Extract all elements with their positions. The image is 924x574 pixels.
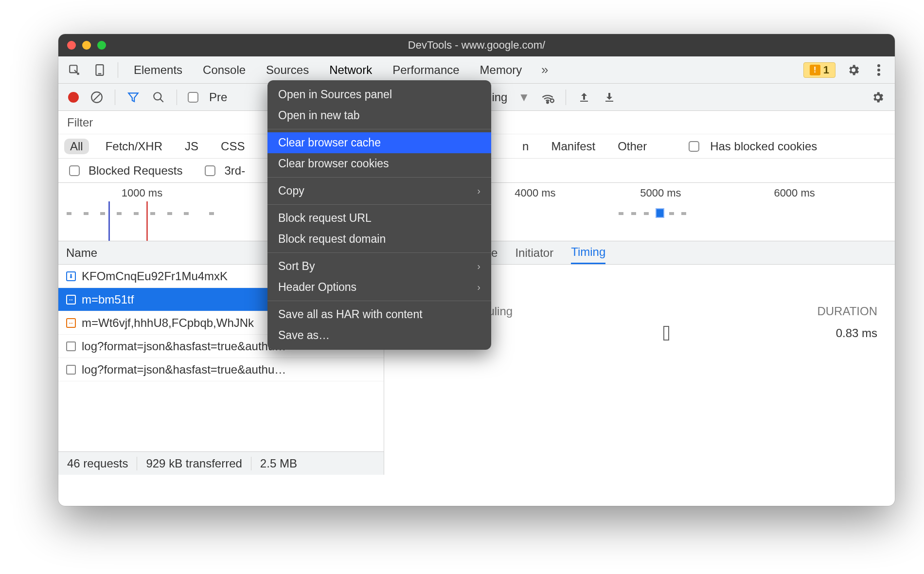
has-blocked-cookies-checkbox[interactable]	[689, 141, 699, 152]
timeline-label: 1000 ms	[122, 187, 162, 199]
more-tabs-icon[interactable]: »	[537, 63, 552, 77]
detail-tab-timing[interactable]: Timing	[571, 241, 605, 264]
request-name: log?format=json&hasfast=true&authu…	[82, 340, 286, 353]
divider	[566, 90, 566, 105]
cm-copy[interactable]: Copy›	[267, 180, 491, 201]
type-other[interactable]: Other	[612, 139, 653, 154]
blocked-requests-label: Blocked Requests	[89, 164, 182, 178]
file-icon: ↔	[66, 318, 76, 328]
file-icon	[66, 341, 76, 351]
timeline-marker-blue	[108, 201, 110, 241]
timeline-label: 5000 ms	[640, 187, 681, 199]
cm-separator	[267, 129, 491, 129]
chevron-right-icon: ›	[477, 261, 480, 272]
cm-separator	[267, 301, 491, 301]
svg-line-7	[94, 94, 100, 100]
type-font-partial[interactable]: n	[516, 139, 534, 154]
type-manifest[interactable]: Manifest	[545, 139, 601, 154]
tab-performance[interactable]: Performance	[388, 63, 464, 77]
cm-block-url[interactable]: Block request URL	[267, 208, 491, 229]
settings-icon[interactable]	[846, 63, 861, 77]
request-name: KFOmCnqEu92Fr1Mu4mxK	[82, 269, 228, 283]
network-conditions-icon[interactable]	[540, 90, 555, 105]
has-blocked-cookies-label: Has blocked cookies	[710, 140, 817, 153]
maximize-window-button[interactable]	[97, 41, 106, 50]
network-settings-icon[interactable]	[871, 90, 885, 105]
svg-point-5	[877, 73, 880, 76]
blocked-requests-checkbox[interactable]	[69, 165, 80, 176]
status-transferred: 929 kB transferred	[137, 457, 251, 470]
svg-point-8	[154, 92, 161, 100]
cm-save-as[interactable]: Save as…	[267, 325, 491, 346]
throttling-dropdown-icon[interactable]: ▼	[518, 90, 530, 104]
panel-tabs: Elements Console Sources Network Perform…	[58, 56, 895, 84]
file-icon: ↔	[66, 295, 76, 305]
status-bar: 46 requests 929 kB transferred 2.5 MB	[58, 451, 384, 475]
divider	[118, 62, 118, 78]
tab-network[interactable]: Network	[324, 63, 377, 77]
third-party-checkbox[interactable]	[205, 165, 215, 176]
timeline-selection[interactable]	[657, 209, 663, 217]
inspect-icon[interactable]	[67, 63, 82, 77]
svg-point-10	[547, 101, 549, 103]
request-row[interactable]: log?format=json&hasfast=true&authu…	[58, 358, 384, 381]
traffic-lights	[67, 41, 106, 50]
divider	[115, 90, 115, 105]
request-name: m=bm51tf	[82, 293, 134, 306]
close-window-button[interactable]	[67, 41, 76, 50]
divider	[177, 90, 177, 105]
type-css[interactable]: CSS	[215, 139, 250, 154]
svg-point-11	[551, 99, 554, 102]
cm-save-har[interactable]: Save all as HAR with content	[267, 304, 491, 325]
cm-open-sources[interactable]: Open in Sources panel	[267, 84, 491, 105]
queueing-bar	[663, 326, 669, 341]
type-js[interactable]: JS	[179, 139, 204, 154]
cm-clear-cookies[interactable]: Clear browser cookies	[267, 153, 491, 174]
record-button[interactable]	[68, 92, 79, 103]
minimize-window-button[interactable]	[82, 41, 91, 50]
cm-separator	[267, 252, 491, 253]
timeline-marker-red	[146, 201, 148, 241]
request-name: log?format=json&hasfast=true&authu…	[82, 363, 286, 377]
tab-elements[interactable]: Elements	[129, 63, 187, 77]
titlebar: DevTools - www.google.com/	[58, 34, 895, 56]
tab-memory[interactable]: Memory	[475, 63, 527, 77]
filter-icon[interactable]	[126, 90, 141, 105]
cm-sort-by[interactable]: Sort By›	[267, 256, 491, 277]
search-icon[interactable]	[151, 90, 166, 105]
svg-point-4	[877, 69, 880, 72]
preserve-log-label: Pre	[209, 90, 227, 104]
svg-point-3	[877, 64, 880, 67]
third-party-label: 3rd-	[224, 164, 245, 178]
cm-clear-cache[interactable]: Clear browser cache	[267, 132, 491, 153]
duration-header: DURATION	[817, 305, 877, 318]
warning-count: 1	[823, 64, 829, 76]
timeline-label: 4000 ms	[515, 187, 555, 199]
status-resources: 2.5 MB	[251, 457, 306, 470]
clear-icon[interactable]	[89, 90, 104, 105]
tab-sources[interactable]: Sources	[261, 63, 314, 77]
cm-header-options[interactable]: Header Options›	[267, 277, 491, 298]
warning-badge[interactable]: ! 1	[803, 62, 835, 78]
detail-tab-initiator[interactable]: Initiator	[515, 241, 553, 264]
upload-icon[interactable]	[577, 90, 591, 105]
chevron-right-icon: ›	[477, 185, 480, 197]
chevron-right-icon: ›	[477, 282, 480, 293]
status-requests: 46 requests	[58, 457, 137, 470]
filter-input-placeholder[interactable]: Filter	[67, 116, 93, 129]
tab-console[interactable]: Console	[198, 63, 250, 77]
type-all[interactable]: All	[64, 139, 89, 154]
kebab-menu-icon[interactable]	[871, 63, 886, 77]
device-toggle-icon[interactable]	[92, 63, 107, 77]
cm-open-new-tab[interactable]: Open in new tab	[267, 105, 491, 126]
context-menu: Open in Sources panel Open in new tab Cl…	[267, 80, 491, 350]
type-fetch-xhr[interactable]: Fetch/XHR	[100, 139, 168, 154]
cm-block-domain[interactable]: Block request domain	[267, 229, 491, 250]
cm-separator	[267, 177, 491, 178]
file-icon: ⬇	[66, 271, 76, 281]
request-name: m=Wt6vjf,hhhU8,FCpbqb,WhJNk	[82, 316, 254, 330]
download-icon[interactable]	[602, 90, 617, 105]
file-icon	[66, 365, 76, 375]
preserve-log-checkbox[interactable]	[188, 92, 198, 103]
warning-icon: !	[810, 65, 820, 75]
